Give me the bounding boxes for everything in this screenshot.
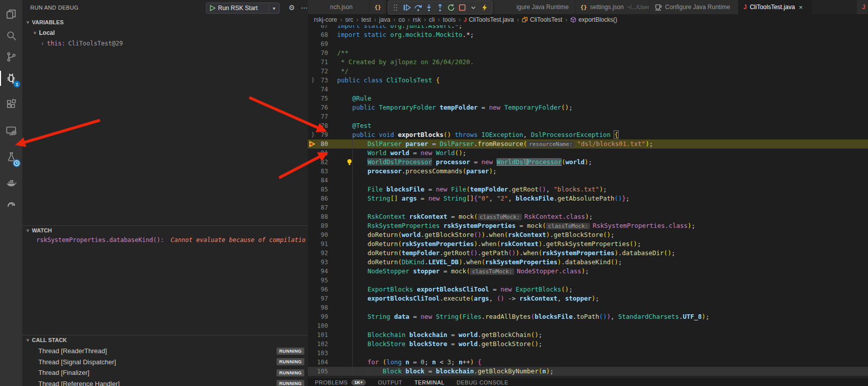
thread-status-badge: RUNNING (277, 380, 304, 386)
tab--[interactable]: {} (369, 0, 387, 14)
restart-button[interactable] (446, 2, 457, 13)
code-editor[interactable]: 67import static org.junit.Assert.*;68imp… (308, 0, 868, 377)
call-stack-thread-row[interactable]: Thread [Signal Dispatcher]RUNNING (22, 357, 308, 367)
toolbar-drag-handle-icon[interactable] (390, 2, 401, 13)
step-out-button[interactable] (435, 2, 446, 13)
line-number[interactable]: 91 (312, 239, 328, 249)
line-number[interactable]: 84 (312, 176, 328, 185)
continue-button[interactable] (401, 2, 412, 13)
panel-tab-output[interactable]: OUTPUT (378, 379, 402, 385)
stop-chevron-button[interactable] (468, 2, 479, 13)
breadcrumb-item-clitoolstest-java[interactable]: JCliToolsTest.java (464, 16, 514, 23)
step-into-button[interactable] (423, 2, 435, 13)
line-number[interactable]: 70 (312, 49, 328, 58)
variables-section-header[interactable]: > VARIABLES (22, 18, 308, 26)
line-number[interactable]: 77 (312, 112, 328, 121)
tab-description: ~/.../User (627, 4, 649, 10)
line-number[interactable]: 72 (312, 67, 328, 76)
line-number[interactable]: 97 (312, 294, 328, 303)
call-stack-thread-row[interactable]: Thread [Finalizer]RUNNING (22, 368, 308, 377)
breadcrumb-item-cli[interactable]: cli (429, 16, 435, 23)
remote-explorer-icon[interactable] (3, 122, 19, 138)
call-stack-thread-row[interactable]: Thread [ReaderThread]RUNNING (22, 346, 308, 356)
breadcrumb-separator: › (356, 16, 358, 23)
line-number[interactable]: 90 (312, 230, 328, 239)
line-number[interactable]: 101 (312, 330, 328, 340)
line-number[interactable]: 89 (312, 221, 328, 230)
line-number[interactable]: 85 (312, 185, 328, 194)
close-icon[interactable]: × (799, 4, 803, 11)
gradle-icon[interactable] (3, 196, 19, 212)
line-number[interactable]: 104 (312, 358, 328, 367)
stop-button[interactable] (457, 2, 468, 13)
line-number[interactable]: 82 (312, 158, 328, 167)
line-number[interactable]: 76 (312, 103, 328, 112)
breadcrumb-item-rskj-core[interactable]: rskj-core (314, 16, 337, 23)
line-number[interactable]: 71 (312, 58, 328, 67)
variable-this-row[interactable]: › this: CliToolsTest@29 (41, 40, 123, 47)
line-number[interactable]: 75 (312, 94, 328, 103)
panel-tab-terminal[interactable]: TERMINAL (414, 379, 445, 385)
scope-label: Local (39, 29, 55, 36)
line-number[interactable]: 105 (312, 367, 328, 376)
line-number[interactable]: 73 (312, 76, 328, 85)
line-number[interactable]: 96 (312, 285, 328, 294)
watch-expression-row[interactable]: rskSystemProperties.databaseKind(): Cann… (36, 235, 306, 245)
extensions-icon[interactable] (3, 96, 19, 112)
run-and-debug-icon[interactable]: 1 (3, 70, 19, 86)
problems-count-badge: 1K+ (351, 379, 366, 385)
code-text: */ (337, 67, 349, 76)
explorer-icon[interactable] (3, 6, 19, 22)
breadcrumb-item-src[interactable]: src (345, 16, 353, 23)
line-number[interactable]: 69 (312, 39, 328, 49)
docker-icon[interactable] (3, 174, 19, 190)
tab-nch-json[interactable]: nch.json (308, 0, 369, 14)
line-number[interactable]: 78 (312, 121, 328, 130)
line-number[interactable]: 83 (312, 167, 328, 176)
call-stack-section-header[interactable]: > CALL STACK (22, 335, 308, 344)
line-number[interactable]: 92 (312, 249, 328, 258)
search-icon[interactable] (3, 27, 19, 43)
panel-tab-debug-console[interactable]: DEBUG CONSOLE (457, 379, 508, 385)
run-config-button[interactable]: Run RSK Start ▾ (206, 3, 280, 14)
step-over-button[interactable] (412, 2, 423, 13)
tab-configure-java-runtime[interactable]: Configure Java Runtime (649, 0, 738, 14)
tab-settings-json[interactable]: {}settings.json~/.../User (575, 0, 649, 14)
hot-code-replace-button[interactable] (479, 2, 490, 13)
gear-icon[interactable]: ⚙ (287, 4, 297, 12)
line-number[interactable]: 98 (312, 303, 328, 312)
line-number[interactable]: 95 (312, 276, 328, 285)
call-stack-thread-row[interactable]: Thread [Reference Handler]RUNNING (22, 379, 308, 386)
code-line-71: 71 * Created by ajlopez on 26/04/2020. (308, 58, 868, 67)
source-control-icon[interactable] (3, 49, 19, 65)
watch-section-header[interactable]: > WATCH (22, 225, 308, 234)
line-number[interactable]: 102 (312, 340, 328, 349)
breadcrumb-item-rsk[interactable]: rsk (413, 16, 421, 23)
testing-icon[interactable] (3, 149, 19, 165)
line-number[interactable]: 87 (312, 203, 328, 212)
breadcrumb-item-co[interactable]: co (398, 16, 405, 23)
breadcrumb-item-test[interactable]: test (361, 16, 371, 23)
line-number[interactable]: 94 (312, 267, 328, 276)
line-number[interactable]: 79 (312, 130, 328, 139)
line-number[interactable]: 100 (312, 321, 328, 330)
line-number[interactable]: 93 (312, 258, 328, 267)
line-number[interactable]: 99 (312, 312, 328, 321)
line-number[interactable]: 103 (312, 349, 328, 358)
breadcrumb-item-clitoolstest[interactable]: CliToolsTest (522, 16, 562, 23)
line-number[interactable]: 86 (312, 194, 328, 203)
line-number[interactable]: 81 (312, 149, 328, 158)
breadcrumb-item-java[interactable]: java (379, 16, 390, 23)
line-number[interactable]: 88 (312, 212, 328, 221)
breadcrumb-item-tools[interactable]: tools (443, 16, 455, 23)
line-number[interactable]: 74 (312, 85, 328, 94)
line-number[interactable]: 80 (312, 139, 328, 149)
panel-tab-problems[interactable]: PROBLEMS1K+ (315, 379, 366, 385)
tab-clitoolstest-java[interactable]: JCliToolsTest.java× (738, 0, 812, 14)
run-config-chevron-icon[interactable]: ▾ (268, 6, 279, 11)
tab-j[interactable]: J (857, 0, 868, 14)
line-number[interactable]: 68 (312, 30, 328, 39)
breadcrumb-item-exportblocks-[interactable]: exportBlocks() (570, 16, 617, 23)
breadcrumb: rskj-core›src›test›java›co›rsk›cli›tools… (308, 14, 868, 25)
variables-scope-local[interactable]: > Local (33, 29, 55, 36)
